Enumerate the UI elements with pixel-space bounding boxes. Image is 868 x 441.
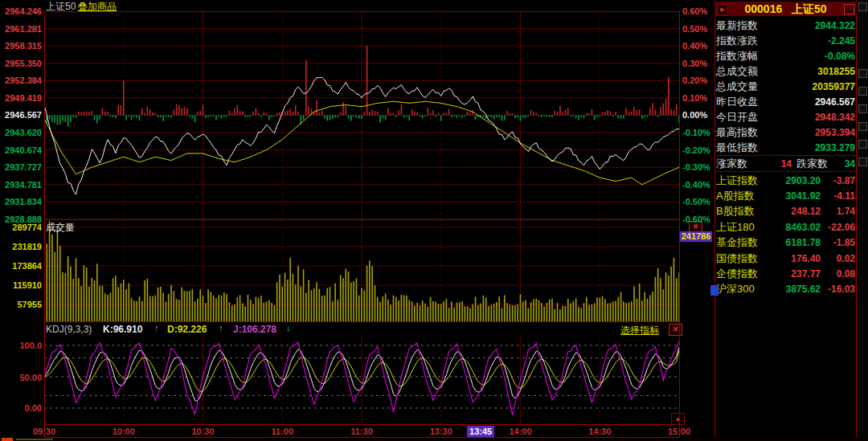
- decliners-count: 34: [838, 158, 855, 169]
- quote-row: 总成交额3018255: [716, 63, 855, 79]
- quote-label: 最高指数: [716, 125, 782, 140]
- quote-label: 总成交量: [716, 80, 782, 94]
- percent-axis-label: -0.60%: [682, 214, 724, 224]
- toolbar-icon: [858, 104, 867, 113]
- volume-chart[interactable]: [44, 219, 679, 321]
- quote-row: 指数涨跌-2.245: [716, 33, 855, 48]
- select-indicator-link[interactable]: 选择指标: [620, 324, 659, 337]
- advancers-count: 14: [761, 158, 792, 169]
- index-change: 1.74: [821, 206, 855, 217]
- chart-top-border: [44, 11, 680, 12]
- quote-label: 最低指数: [716, 141, 782, 155]
- time-label: 14:30: [588, 427, 611, 436]
- quote-value: 2948.342: [782, 112, 855, 123]
- quote-label: 指数涨幅: [716, 49, 782, 63]
- time-label: 14:00: [509, 427, 531, 436]
- kdj-axis-label: 100.0: [0, 341, 42, 350]
- time-label: 10:30: [191, 427, 214, 436]
- kdj-axis-label: 50.00: [0, 373, 42, 382]
- quote-row: 指数涨幅-0.08%: [716, 48, 855, 63]
- quote-label: 总成交额: [716, 64, 782, 79]
- index-change: -4.11: [821, 190, 855, 202]
- volume-axis-label: 289774: [0, 223, 42, 232]
- index-row[interactable]: B股指数248.121.74: [716, 204, 855, 219]
- index-row[interactable]: 上证1808463.02-22.06: [716, 219, 855, 235]
- cutoff-text-fragment: [16, 439, 53, 440]
- percent-axis-label: 0.10%: [682, 93, 724, 103]
- index-row[interactable]: 上证指数2903.20-3.87: [716, 173, 855, 188]
- stock-code: 000016: [745, 2, 783, 15]
- stock-app-window: 上证50 叠加商品 成交量 ✕ 241786 KDJ(9,3,3) K:96.9…: [0, 0, 868, 441]
- quote-label: 今日开盘: [716, 110, 782, 125]
- divider: [714, 171, 857, 172]
- divider: [44, 219, 680, 220]
- kdj-chart[interactable]: [44, 334, 679, 424]
- kdj-j-value: J:106.278: [233, 324, 276, 335]
- index-name: 上证指数: [716, 174, 776, 188]
- index-value: 8463.02: [776, 222, 821, 233]
- price-axis-label: 2952.384: [0, 76, 42, 85]
- index-row[interactable]: A股指数3041.92-4.11: [716, 188, 855, 203]
- quote-row: 最新指数2944.322: [716, 18, 855, 33]
- close-icon[interactable]: ✕: [669, 324, 682, 336]
- quote-value: 2953.394: [782, 127, 855, 138]
- quote-label: 指数涨跌: [716, 34, 782, 48]
- price-axis-label: 2940.674: [0, 145, 42, 155]
- index-row[interactable]: 沪深3003875.62-16.03: [716, 282, 855, 297]
- quote-label: 昨日收盘: [716, 95, 782, 109]
- volume-axis-label: 173864: [0, 261, 42, 271]
- price-axis-label: 2955.350: [0, 59, 42, 68]
- collapse-panel-icon[interactable]: ▲: [671, 413, 685, 425]
- time-axis: 09:3010:0010:3011:0011:3013:3014:0014:30…: [0, 425, 715, 437]
- price-axis-label: 2964.246: [0, 6, 42, 16]
- price-axis-label: 2958.315: [0, 41, 42, 51]
- index-name: B股指数: [716, 204, 776, 218]
- kdj-axis-label: 0.00: [0, 403, 42, 413]
- time-label: 11:30: [350, 427, 373, 436]
- price-axis-label: 2946.567: [0, 110, 42, 120]
- quote-value: -0.08%: [782, 51, 855, 62]
- index-value: 3041.92: [776, 190, 821, 202]
- time-label: 15:00: [668, 427, 690, 436]
- index-name: 沪深300: [716, 282, 776, 296]
- toolbar-icon: [858, 140, 867, 149]
- percent-axis-label: 0.00%: [682, 110, 724, 120]
- quote-row: 今日开盘2948.342: [716, 109, 855, 125]
- quote-value: 2946.567: [782, 96, 855, 108]
- chart-right-border: [679, 11, 680, 437]
- price-axis-label: 2961.281: [0, 24, 42, 34]
- volume-axis-label: 115910: [0, 280, 42, 290]
- percent-axis-label: 0.50%: [682, 24, 724, 34]
- chart-left-border: [44, 11, 45, 437]
- index-row[interactable]: 企债指数237.770.08: [716, 266, 855, 281]
- index-value: 237.77: [776, 268, 821, 280]
- percent-axis-label: -0.50%: [682, 197, 724, 206]
- index-row[interactable]: 基金指数6181.78-1.85: [716, 235, 855, 251]
- market-breadth-row: 涨家数 14 跌家数 34: [716, 156, 855, 171]
- right-toolbar-strip: [857, 0, 868, 441]
- index-change: 0.08: [821, 268, 855, 280]
- index-value: 176.40: [776, 253, 821, 264]
- toolbar-icon: [858, 69, 867, 78]
- quote-panel: ▶ 000016 上证50 ❐ 最新指数2944.322指数涨跌-2.245指数…: [714, 0, 857, 441]
- restore-window-icon[interactable]: ❐: [844, 4, 854, 14]
- quote-value: 2944.322: [782, 20, 855, 31]
- time-label: 11:00: [271, 427, 293, 436]
- index-row[interactable]: 国债指数176.400.02: [716, 251, 855, 266]
- volume-axis-label: 57955: [0, 300, 42, 309]
- bottom-cutoff-strip: [0, 438, 868, 441]
- index-value: 2903.20: [776, 175, 821, 186]
- index-name: 企债指数: [716, 267, 776, 281]
- index-change: -3.87: [821, 175, 855, 186]
- price-axis-label: 2931.834: [0, 197, 42, 206]
- volume-axis-label: 231819: [0, 242, 42, 251]
- hs300-badge: [710, 285, 719, 296]
- quote-panel-header[interactable]: ▶ 000016 上证50 ❐: [714, 2, 857, 16]
- toolbar-icon: [858, 87, 867, 96]
- index-name: 基金指数: [716, 235, 776, 250]
- cutoff-marker: [2, 438, 13, 441]
- percent-axis-label: 0.60%: [682, 6, 724, 16]
- intraday-price-chart[interactable]: [44, 11, 679, 219]
- percent-axis-label: -0.20%: [682, 145, 724, 155]
- percent-axis-label: -0.40%: [682, 180, 724, 190]
